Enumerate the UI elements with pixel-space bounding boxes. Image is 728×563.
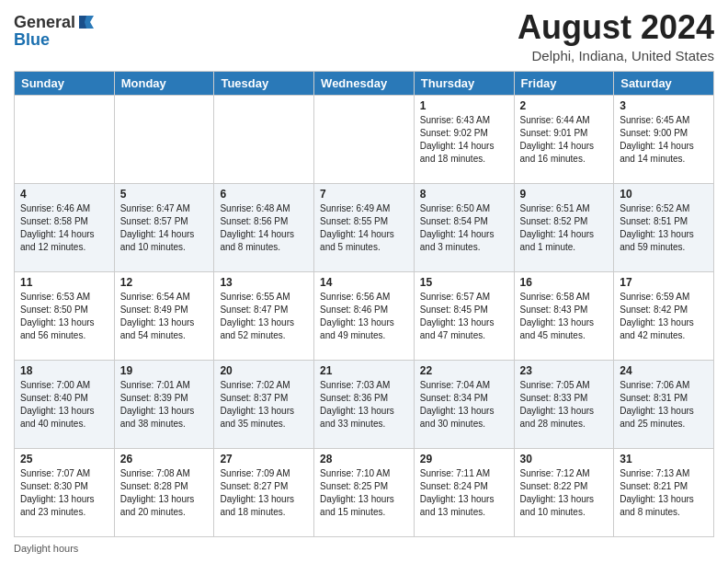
calendar-cell: 28Sunrise: 7:10 AM Sunset: 8:25 PM Dayli… <box>314 448 415 536</box>
day-number: 15 <box>420 276 508 289</box>
calendar-weekday-saturday: Saturday <box>614 71 714 95</box>
day-info: Sunrise: 6:57 AM Sunset: 8:45 PM Dayligh… <box>420 291 508 342</box>
day-number: 17 <box>620 276 708 289</box>
day-info: Sunrise: 7:01 AM Sunset: 8:39 PM Dayligh… <box>120 379 209 431</box>
day-info: Sunrise: 6:52 AM Sunset: 8:51 PM Dayligh… <box>620 202 708 254</box>
title-block: August 2024 Delphi, Indiana, United Stat… <box>518 9 714 63</box>
day-number: 23 <box>520 364 609 377</box>
day-info: Sunrise: 7:10 AM Sunset: 8:25 PM Dayligh… <box>320 467 408 519</box>
logo-icon <box>77 14 97 30</box>
calendar: SundayMondayTuesdayWednesdayThursdayFrid… <box>14 71 714 537</box>
day-number: 4 <box>20 188 108 201</box>
day-info: Sunrise: 6:49 AM Sunset: 8:55 PM Dayligh… <box>320 202 408 254</box>
day-info: Sunrise: 6:56 AM Sunset: 8:46 PM Dayligh… <box>320 291 408 342</box>
calendar-cell: 14Sunrise: 6:56 AM Sunset: 8:46 PM Dayli… <box>314 271 415 360</box>
page: General Blue August 2024 Delphi, Indiana… <box>0 0 728 563</box>
day-number: 1 <box>420 99 508 112</box>
calendar-cell: 30Sunrise: 7:12 AM Sunset: 8:22 PM Dayli… <box>514 448 614 536</box>
day-info: Sunrise: 6:44 AM Sunset: 9:01 PM Dayligh… <box>520 114 609 166</box>
day-number: 31 <box>620 453 708 465</box>
day-info: Sunrise: 6:58 AM Sunset: 8:43 PM Dayligh… <box>520 291 609 342</box>
footer: Daylight hours <box>14 543 714 554</box>
calendar-cell: 23Sunrise: 7:05 AM Sunset: 8:33 PM Dayli… <box>514 360 614 448</box>
day-info: Sunrise: 6:59 AM Sunset: 8:42 PM Dayligh… <box>620 291 708 342</box>
main-title: August 2024 <box>518 9 714 46</box>
calendar-cell: 13Sunrise: 6:55 AM Sunset: 8:47 PM Dayli… <box>214 271 314 360</box>
calendar-weekday-thursday: Thursday <box>414 71 514 95</box>
day-info: Sunrise: 7:05 AM Sunset: 8:33 PM Dayligh… <box>520 379 609 431</box>
day-number: 6 <box>220 188 308 201</box>
day-number: 12 <box>120 276 209 289</box>
day-number: 29 <box>420 453 508 465</box>
calendar-cell: 20Sunrise: 7:02 AM Sunset: 8:37 PM Dayli… <box>214 360 314 448</box>
day-number: 3 <box>620 99 708 112</box>
calendar-cell: 31Sunrise: 7:13 AM Sunset: 8:21 PM Dayli… <box>614 448 714 536</box>
calendar-cell: 29Sunrise: 7:11 AM Sunset: 8:24 PM Dayli… <box>414 448 514 536</box>
calendar-cell: 24Sunrise: 7:06 AM Sunset: 8:31 PM Dayli… <box>614 360 714 448</box>
day-number: 24 <box>620 364 708 377</box>
day-number: 14 <box>320 276 408 289</box>
calendar-cell: 16Sunrise: 6:58 AM Sunset: 8:43 PM Dayli… <box>514 271 614 360</box>
day-number: 18 <box>20 364 108 377</box>
subtitle: Delphi, Indiana, United States <box>518 48 714 63</box>
calendar-cell: 27Sunrise: 7:09 AM Sunset: 8:27 PM Dayli… <box>214 448 314 536</box>
calendar-cell: 3Sunrise: 6:45 AM Sunset: 9:00 PM Daylig… <box>614 95 714 183</box>
day-info: Sunrise: 6:50 AM Sunset: 8:54 PM Dayligh… <box>420 202 508 254</box>
day-info: Sunrise: 6:53 AM Sunset: 8:50 PM Dayligh… <box>20 291 108 342</box>
day-number: 11 <box>20 276 108 289</box>
day-number: 21 <box>320 364 408 377</box>
day-info: Sunrise: 7:06 AM Sunset: 8:31 PM Dayligh… <box>620 379 708 431</box>
calendar-cell: 21Sunrise: 7:03 AM Sunset: 8:36 PM Dayli… <box>314 360 415 448</box>
logo-blue-text: Blue <box>14 30 97 50</box>
calendar-cell: 5Sunrise: 6:47 AM Sunset: 8:57 PM Daylig… <box>114 183 214 271</box>
day-number: 10 <box>620 188 708 201</box>
calendar-cell: 10Sunrise: 6:52 AM Sunset: 8:51 PM Dayli… <box>614 183 714 271</box>
day-number: 30 <box>520 453 609 465</box>
day-info: Sunrise: 6:55 AM Sunset: 8:47 PM Dayligh… <box>220 291 308 342</box>
calendar-weekday-tuesday: Tuesday <box>214 71 314 95</box>
day-info: Sunrise: 6:45 AM Sunset: 9:00 PM Dayligh… <box>620 114 708 166</box>
calendar-cell: 9Sunrise: 6:51 AM Sunset: 8:52 PM Daylig… <box>514 183 614 271</box>
day-info: Sunrise: 7:02 AM Sunset: 8:37 PM Dayligh… <box>220 379 308 431</box>
day-info: Sunrise: 7:12 AM Sunset: 8:22 PM Dayligh… <box>520 467 609 519</box>
calendar-cell: 12Sunrise: 6:54 AM Sunset: 8:49 PM Dayli… <box>114 271 214 360</box>
calendar-cell: 1Sunrise: 6:43 AM Sunset: 9:02 PM Daylig… <box>414 95 514 183</box>
day-info: Sunrise: 6:43 AM Sunset: 9:02 PM Dayligh… <box>420 114 508 166</box>
calendar-weekday-sunday: Sunday <box>15 71 115 95</box>
calendar-cell: 8Sunrise: 6:50 AM Sunset: 8:54 PM Daylig… <box>414 183 514 271</box>
calendar-cell: 22Sunrise: 7:04 AM Sunset: 8:34 PM Dayli… <box>414 360 514 448</box>
calendar-week-row: 25Sunrise: 7:07 AM Sunset: 8:30 PM Dayli… <box>15 448 714 536</box>
day-number: 27 <box>220 453 308 465</box>
calendar-cell: 11Sunrise: 6:53 AM Sunset: 8:50 PM Dayli… <box>15 271 115 360</box>
day-info: Sunrise: 6:48 AM Sunset: 8:56 PM Dayligh… <box>220 202 308 254</box>
day-number: 5 <box>120 188 209 201</box>
calendar-cell: 2Sunrise: 6:44 AM Sunset: 9:01 PM Daylig… <box>514 95 614 183</box>
day-info: Sunrise: 6:51 AM Sunset: 8:52 PM Dayligh… <box>520 202 609 254</box>
calendar-weekday-friday: Friday <box>514 71 614 95</box>
calendar-cell: 19Sunrise: 7:01 AM Sunset: 8:39 PM Dayli… <box>114 360 214 448</box>
day-number: 26 <box>120 453 209 465</box>
logo-general-text: General <box>14 13 75 32</box>
day-info: Sunrise: 7:13 AM Sunset: 8:21 PM Dayligh… <box>620 467 708 519</box>
day-info: Sunrise: 7:11 AM Sunset: 8:24 PM Dayligh… <box>420 467 508 519</box>
day-info: Sunrise: 7:07 AM Sunset: 8:30 PM Dayligh… <box>20 467 108 519</box>
day-number: 25 <box>20 453 108 465</box>
day-number: 7 <box>320 188 408 201</box>
day-info: Sunrise: 7:09 AM Sunset: 8:27 PM Dayligh… <box>220 467 308 519</box>
calendar-cell <box>214 95 314 183</box>
day-info: Sunrise: 6:54 AM Sunset: 8:49 PM Dayligh… <box>120 291 209 342</box>
calendar-week-row: 1Sunrise: 6:43 AM Sunset: 9:02 PM Daylig… <box>15 95 714 183</box>
calendar-cell <box>314 95 415 183</box>
calendar-header-row: SundayMondayTuesdayWednesdayThursdayFrid… <box>15 71 714 95</box>
day-number: 2 <box>520 99 609 112</box>
day-number: 13 <box>220 276 308 289</box>
calendar-cell <box>15 95 115 183</box>
calendar-cell: 4Sunrise: 6:46 AM Sunset: 8:58 PM Daylig… <box>15 183 115 271</box>
day-number: 20 <box>220 364 308 377</box>
calendar-cell: 18Sunrise: 7:00 AM Sunset: 8:40 PM Dayli… <box>15 360 115 448</box>
calendar-week-row: 11Sunrise: 6:53 AM Sunset: 8:50 PM Dayli… <box>15 271 714 360</box>
logo: General Blue <box>14 13 97 50</box>
day-info: Sunrise: 7:03 AM Sunset: 8:36 PM Dayligh… <box>320 379 408 431</box>
header: General Blue August 2024 Delphi, Indiana… <box>14 9 714 63</box>
day-number: 8 <box>420 188 508 201</box>
